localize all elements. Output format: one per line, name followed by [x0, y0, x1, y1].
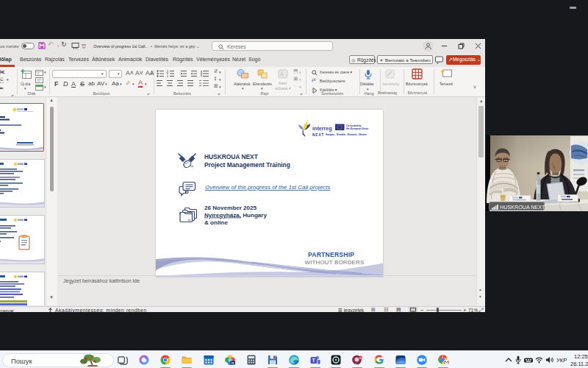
svg-text:WITHOUT BORDERS: WITHOUT BORDERS [305, 259, 365, 266]
svg-text:10: 10 [359, 357, 362, 360]
svg-text:PARTNERSHIP: PARTNERSHIP [308, 251, 354, 258]
svg-text:NEXT: NEXT [312, 133, 324, 137]
svg-text:interreg: interreg [312, 125, 332, 132]
svg-text:Hungary - Slovakia - Romania -: Hungary - Slovakia - Romania - Ukraine [326, 133, 367, 136]
svg-text:26 November 2025: 26 November 2025 [204, 205, 257, 211]
svg-text:the European Union: the European Union [346, 127, 368, 130]
svg-text:T: T [312, 358, 316, 363]
svg-text:A: A [280, 71, 284, 77]
svg-text:Nyíregyháza, Hungary: Nyíregyháza, Hungary [204, 212, 268, 219]
svg-text:& online: & online [204, 219, 228, 226]
svg-text:Overview of the progress of th: Overview of the progress of the 1st Call… [205, 184, 330, 191]
svg-text:Project Management Training: Project Management Training [204, 161, 290, 169]
svg-text:HUSKROUA NEXT: HUSKROUA NEXT [204, 153, 259, 160]
